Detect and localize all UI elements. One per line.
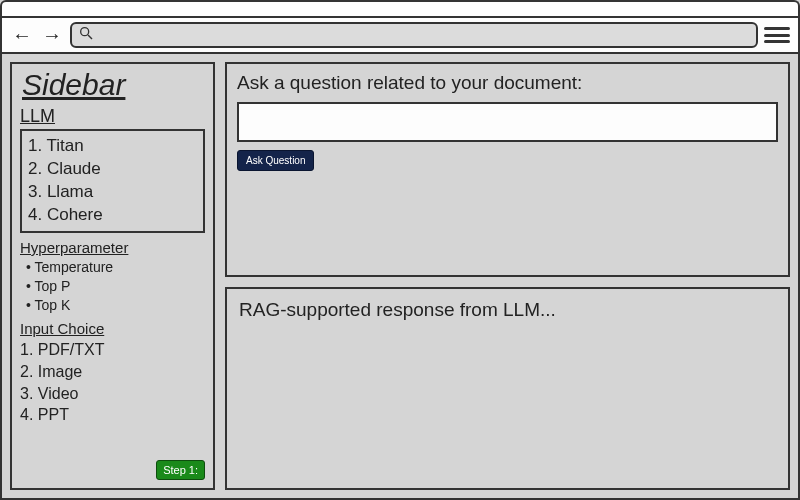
input-choice-list: 1. PDF/TXT 2. Image 3. Video 4. PPT [20, 337, 205, 425]
question-input[interactable] [237, 102, 778, 142]
hyper-top-p[interactable]: • Top P [26, 277, 205, 296]
hyper-top-k[interactable]: • Top K [26, 296, 205, 315]
input-option-image[interactable]: 2. Image [20, 361, 205, 383]
sidebar-title: Sidebar [20, 68, 205, 104]
llm-option-claude[interactable]: 2. Claude [28, 158, 197, 181]
response-text: RAG-supported response from LLM... [239, 299, 776, 321]
llm-list: 1. Titan 2. Claude 3. Llama 4. Cohere [20, 129, 205, 233]
hyperparameter-section-label: Hyperparameter [20, 239, 205, 256]
address-bar[interactable] [70, 22, 758, 48]
search-icon [78, 25, 94, 45]
content-area: Sidebar LLM 1. Titan 2. Claude 3. Llama … [0, 54, 800, 500]
llm-section-label: LLM [20, 106, 205, 127]
menu-button[interactable] [764, 25, 790, 45]
sidebar: Sidebar LLM 1. Titan 2. Claude 3. Llama … [10, 62, 215, 490]
app-window: ← → Sidebar LLM 1. Titan 2. Claude 3. Ll… [0, 0, 800, 500]
svg-line-1 [88, 35, 92, 39]
llm-option-titan[interactable]: 1. Titan [28, 135, 197, 158]
step-badge: Step 1: [156, 460, 205, 480]
window-titlebar [0, 0, 800, 16]
llm-option-cohere[interactable]: 4. Cohere [28, 204, 197, 227]
ask-panel: Ask a question related to your document:… [225, 62, 790, 277]
input-choice-section-label: Input Choice [20, 320, 205, 337]
browser-toolbar: ← → [0, 16, 800, 54]
input-option-video[interactable]: 3. Video [20, 383, 205, 405]
response-panel: RAG-supported response from LLM... [225, 287, 790, 490]
back-button[interactable]: ← [10, 25, 34, 45]
input-option-ppt[interactable]: 4. PPT [20, 404, 205, 426]
main-column: Ask a question related to your document:… [225, 62, 790, 490]
ask-prompt-label: Ask a question related to your document: [237, 72, 778, 94]
address-input[interactable] [94, 28, 750, 43]
llm-option-llama[interactable]: 3. Llama [28, 181, 197, 204]
ask-question-button[interactable]: Ask Question [237, 150, 314, 171]
forward-button[interactable]: → [40, 25, 64, 45]
hyperparameter-list: • Temperature • Top P • Top K [20, 256, 205, 315]
hyper-temperature[interactable]: • Temperature [26, 258, 205, 277]
svg-point-0 [81, 28, 89, 36]
input-option-pdf-txt[interactable]: 1. PDF/TXT [20, 339, 205, 361]
